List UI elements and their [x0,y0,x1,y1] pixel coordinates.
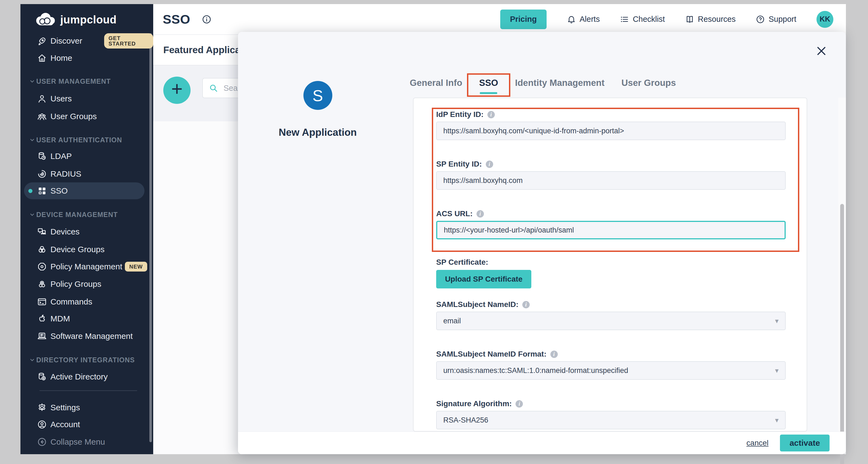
new-application-modal: S New Application General Info SSO Ident… [238,32,846,454]
pricing-button[interactable]: Pricing [500,9,547,29]
checklist-icon [620,15,629,24]
acs-url-input[interactable] [436,221,786,239]
info-icon[interactable]: i [522,301,530,308]
tab-sso[interactable]: SSO [479,78,498,88]
sp-entity-id-group: SP Entity ID: i [436,159,786,190]
sidebar-item-policy-management[interactable]: Policy Management NEW [21,258,153,275]
tab-general-info[interactable]: General Info [410,78,462,88]
idp-entity-id-group: IdP Entity ID: i [436,109,786,140]
sidebar-section-user-authentication[interactable]: USER AUTHENTICATION [21,133,153,147]
alerts-label: Alerts [580,15,600,24]
tab-user-groups[interactable]: User Groups [621,78,676,88]
bell-icon [567,15,576,24]
ldap-database-icon [37,151,47,161]
chevron-down-icon [29,356,36,363]
tab-identity-management[interactable]: Identity Management [515,78,604,88]
sidebar-item-sso[interactable]: SSO [21,182,153,199]
logo-wordmark: jumpcloud [60,13,117,26]
resources-label: Resources [698,15,736,24]
top-header: SSO Pricing Alerts Checklist Resources S… [153,4,846,35]
checklist-label: Checklist [633,15,665,24]
info-icon[interactable]: i [550,350,558,358]
info-icon[interactable] [202,14,212,24]
header-actions: Pricing Alerts Checklist Resources Suppo… [500,9,833,29]
policy-octagon-icon [37,262,47,272]
venn-groups-icon [37,245,47,254]
signature-algorithm-group: Signature Algorithm: i RSA-SHA256 [436,398,786,429]
activate-button[interactable]: activate [780,435,830,452]
field-label: SP Certificate: [436,257,786,268]
sidebar-section-device-management[interactable]: DEVICE MANAGEMENT [21,208,153,221]
page-title: SSO [163,12,190,27]
sidebar-item-users[interactable]: Users [21,90,153,107]
active-directory-icon [37,372,47,382]
sidebar-item-home[interactable]: Home [21,50,153,66]
search-icon [209,84,218,93]
user-avatar[interactable]: KK [816,11,833,28]
nameid-format-select[interactable]: urn:oasis:names:tc:SAML:1.0:nameid-forma… [436,361,786,380]
sidebar: jumpcloud Discover GET STARTED Home USER… [21,4,153,454]
sidebar-item-account[interactable]: Account [21,416,153,433]
sidebar-item-policy-groups[interactable]: Policy Groups [21,276,153,292]
home-icon [37,53,47,63]
chevron-down-icon [29,78,36,85]
close-button[interactable] [815,45,827,57]
sidebar-item-commands[interactable]: Commands [21,293,153,310]
cancel-link[interactable]: cancel [746,439,769,447]
rocket-icon [37,36,47,46]
field-label: SAMLSubject NameID: i [436,299,786,310]
software-laptop-icon [37,331,47,341]
sidebar-section-directory-integrations[interactable]: DIRECTORY INTEGRATIONS [21,353,153,367]
user-icon [37,94,47,103]
nameid-select[interactable]: email [436,312,786,330]
collapse-arrow-icon [37,437,47,447]
add-application-button[interactable] [163,76,191,104]
dropdown-caret-icon [775,367,779,374]
signature-algorithm-select[interactable]: RSA-SHA256 [436,411,786,429]
sidebar-item-settings[interactable]: Settings [21,399,153,416]
sidebar-item-device-groups[interactable]: Device Groups [21,241,153,258]
idp-entity-id-input[interactable] [436,122,786,140]
info-icon[interactable]: i [476,210,484,218]
sidebar-item-discover[interactable]: Discover GET STARTED [21,32,153,49]
policy-groups-icon [37,279,47,289]
sidebar-item-active-directory[interactable]: Active Directory [21,368,153,385]
new-badge: NEW [125,262,147,272]
checklist-button[interactable]: Checklist [620,15,665,24]
samlsubject-nameid-format-group: SAMLSubject NameID Format: i urn:oasis:n… [436,349,786,380]
devices-icon [37,227,47,237]
info-icon[interactable]: i [516,400,523,408]
info-icon[interactable]: i [486,161,493,168]
question-circle-icon [756,15,765,24]
sidebar-section-user-management[interactable]: USER MANAGEMENT [21,74,153,88]
resources-button[interactable]: Resources [685,15,736,24]
upload-sp-certificate-button[interactable]: Upload SP Certificate [436,270,531,288]
alerts-button[interactable]: Alerts [567,15,600,24]
sidebar-item-software-management[interactable]: Software Management [21,328,153,345]
sidebar-item-mdm[interactable]: MDM [21,310,153,327]
user-group-icon [37,112,47,121]
support-label: Support [769,15,796,24]
sidebar-item-collapse-menu[interactable]: Collapse Menu [21,433,153,451]
sidebar-divider [39,391,137,391]
support-button[interactable]: Support [756,15,796,24]
sp-entity-id-input[interactable] [436,171,786,190]
cloud-logo-icon [35,12,56,27]
acs-url-group: ACS URL: i [436,208,786,239]
info-icon[interactable]: i [488,111,495,118]
sidebar-item-devices[interactable]: Devices [21,223,153,240]
modal-scrollbar-thumb[interactable] [840,204,844,464]
modal-scrollbar-track[interactable] [838,98,846,432]
sso-form-panel: IdP Entity ID: i SP Entity ID: i ACS URL… [413,98,807,432]
modal-footer: cancel activate [238,432,846,454]
sidebar-item-label: Discover [51,36,82,45]
close-icon [815,45,827,57]
sidebar-item-user-groups[interactable]: User Groups [21,108,153,125]
sso-grid-icon [37,186,47,196]
sidebar-item-radius[interactable]: RADIUS [21,165,153,182]
book-icon [685,15,694,24]
get-started-badge: GET STARTED [104,33,153,49]
sidebar-item-label: Home [51,54,72,63]
field-label: SP Entity ID: i [436,159,786,169]
sidebar-item-ldap[interactable]: LDAP [21,148,153,165]
